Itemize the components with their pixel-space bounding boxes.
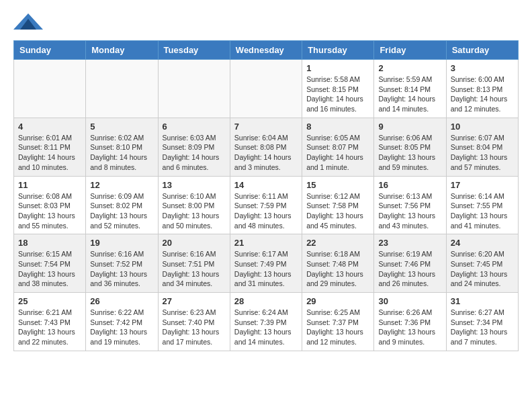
day-info: Sunrise: 6:16 AM Sunset: 7:52 PM Dayligh… — [90, 249, 153, 289]
day-info: Sunrise: 5:58 AM Sunset: 8:15 PM Dayligh… — [306, 75, 369, 114]
calendar-cell: 3Sunrise: 6:00 AM Sunset: 8:13 PM Daylig… — [446, 60, 518, 118]
day-info: Sunrise: 5:59 AM Sunset: 8:14 PM Dayligh… — [378, 75, 441, 114]
calendar-cell: 10Sunrise: 6:07 AM Sunset: 8:04 PM Dayli… — [446, 118, 518, 176]
calendar-week-row: 25Sunrise: 6:21 AM Sunset: 7:43 PM Dayli… — [14, 293, 519, 351]
calendar-week-row: 4Sunrise: 6:01 AM Sunset: 8:11 PM Daylig… — [14, 118, 519, 176]
day-number: 3 — [451, 63, 514, 73]
calendar-cell: 29Sunrise: 6:25 AM Sunset: 7:37 PM Dayli… — [302, 293, 374, 351]
day-info: Sunrise: 6:17 AM Sunset: 7:49 PM Dayligh… — [234, 249, 298, 289]
day-number: 29 — [306, 296, 369, 306]
day-number: 28 — [234, 296, 298, 306]
calendar-cell — [158, 60, 230, 118]
day-info: Sunrise: 6:10 AM Sunset: 8:00 PM Dayligh… — [163, 191, 226, 231]
day-number: 22 — [306, 238, 369, 248]
day-info: Sunrise: 6:13 AM Sunset: 7:56 PM Dayligh… — [378, 191, 441, 231]
day-number: 7 — [234, 122, 298, 132]
calendar-header-thursday: Thursday — [302, 41, 374, 60]
day-info: Sunrise: 6:24 AM Sunset: 7:39 PM Dayligh… — [234, 308, 298, 347]
day-info: Sunrise: 6:00 AM Sunset: 8:13 PM Dayligh… — [451, 75, 514, 114]
calendar-cell: 22Sunrise: 6:18 AM Sunset: 7:48 PM Dayli… — [302, 234, 374, 293]
day-number: 16 — [378, 180, 441, 190]
calendar-cell: 6Sunrise: 6:03 AM Sunset: 8:09 PM Daylig… — [158, 118, 230, 176]
day-number: 11 — [18, 180, 81, 190]
logo — [13, 11, 46, 35]
day-number: 26 — [90, 296, 153, 306]
day-info: Sunrise: 6:09 AM Sunset: 8:02 PM Dayligh… — [90, 191, 153, 231]
calendar-cell — [14, 60, 86, 118]
day-number: 13 — [163, 180, 226, 190]
calendar-cell: 21Sunrise: 6:17 AM Sunset: 7:49 PM Dayli… — [230, 234, 302, 293]
day-number: 24 — [451, 238, 514, 248]
day-number: 17 — [451, 180, 514, 190]
day-info: Sunrise: 6:06 AM Sunset: 8:05 PM Dayligh… — [378, 133, 441, 173]
day-number: 18 — [18, 238, 81, 248]
calendar-cell: 30Sunrise: 6:26 AM Sunset: 7:36 PM Dayli… — [374, 293, 446, 351]
day-number: 19 — [90, 238, 153, 248]
day-info: Sunrise: 6:19 AM Sunset: 7:46 PM Dayligh… — [378, 249, 441, 289]
day-number: 6 — [163, 122, 226, 132]
calendar-cell: 27Sunrise: 6:23 AM Sunset: 7:40 PM Dayli… — [158, 293, 230, 351]
calendar-cell: 5Sunrise: 6:02 AM Sunset: 8:10 PM Daylig… — [86, 118, 158, 176]
day-info: Sunrise: 6:15 AM Sunset: 7:54 PM Dayligh… — [18, 249, 81, 289]
day-info: Sunrise: 6:16 AM Sunset: 7:51 PM Dayligh… — [163, 249, 226, 289]
day-info: Sunrise: 6:08 AM Sunset: 8:03 PM Dayligh… — [18, 191, 81, 231]
calendar-cell: 14Sunrise: 6:11 AM Sunset: 7:59 PM Dayli… — [230, 176, 302, 234]
day-info: Sunrise: 6:23 AM Sunset: 7:40 PM Dayligh… — [163, 308, 226, 347]
calendar-header-friday: Friday — [374, 41, 446, 60]
calendar-cell: 11Sunrise: 6:08 AM Sunset: 8:03 PM Dayli… — [14, 176, 86, 234]
calendar-week-row: 18Sunrise: 6:15 AM Sunset: 7:54 PM Dayli… — [14, 234, 519, 293]
calendar-cell — [86, 60, 158, 118]
day-info: Sunrise: 6:07 AM Sunset: 8:04 PM Dayligh… — [451, 133, 514, 173]
day-info: Sunrise: 6:05 AM Sunset: 8:07 PM Dayligh… — [306, 133, 369, 173]
calendar-cell: 8Sunrise: 6:05 AM Sunset: 8:07 PM Daylig… — [302, 118, 374, 176]
day-info: Sunrise: 6:18 AM Sunset: 7:48 PM Dayligh… — [306, 249, 369, 289]
day-number: 27 — [163, 296, 226, 306]
day-number: 14 — [234, 180, 298, 190]
calendar-header-tuesday: Tuesday — [158, 41, 230, 60]
calendar-cell: 15Sunrise: 6:12 AM Sunset: 7:58 PM Dayli… — [302, 176, 374, 234]
calendar-cell: 7Sunrise: 6:04 AM Sunset: 8:08 PM Daylig… — [230, 118, 302, 176]
calendar-cell: 2Sunrise: 5:59 AM Sunset: 8:14 PM Daylig… — [374, 60, 446, 118]
day-number: 23 — [378, 238, 441, 248]
day-info: Sunrise: 6:03 AM Sunset: 8:09 PM Dayligh… — [163, 133, 226, 173]
calendar-cell: 25Sunrise: 6:21 AM Sunset: 7:43 PM Dayli… — [14, 293, 86, 351]
day-number: 20 — [163, 238, 226, 248]
calendar-cell: 16Sunrise: 6:13 AM Sunset: 7:56 PM Dayli… — [374, 176, 446, 234]
calendar-cell: 28Sunrise: 6:24 AM Sunset: 7:39 PM Dayli… — [230, 293, 302, 351]
calendar-cell — [230, 60, 302, 118]
day-number: 31 — [451, 296, 514, 306]
calendar-header-monday: Monday — [86, 41, 158, 60]
day-number: 12 — [90, 180, 153, 190]
day-number: 1 — [306, 63, 369, 73]
day-info: Sunrise: 6:26 AM Sunset: 7:36 PM Dayligh… — [378, 308, 441, 347]
day-info: Sunrise: 6:12 AM Sunset: 7:58 PM Dayligh… — [306, 191, 369, 231]
calendar-cell: 12Sunrise: 6:09 AM Sunset: 8:02 PM Dayli… — [86, 176, 158, 234]
calendar-header-sunday: Sunday — [14, 41, 86, 60]
calendar-week-row: 1Sunrise: 5:58 AM Sunset: 8:15 PM Daylig… — [14, 60, 519, 118]
day-number: 9 — [378, 122, 441, 132]
calendar-week-row: 11Sunrise: 6:08 AM Sunset: 8:03 PM Dayli… — [14, 176, 519, 234]
calendar-cell: 20Sunrise: 6:16 AM Sunset: 7:51 PM Dayli… — [158, 234, 230, 293]
calendar-table: SundayMondayTuesdayWednesdayThursdayFrid… — [13, 40, 519, 351]
calendar-cell: 24Sunrise: 6:20 AM Sunset: 7:45 PM Dayli… — [446, 234, 518, 293]
day-number: 21 — [234, 238, 298, 248]
day-info: Sunrise: 6:27 AM Sunset: 7:34 PM Dayligh… — [451, 308, 514, 347]
calendar-cell: 17Sunrise: 6:14 AM Sunset: 7:55 PM Dayli… — [446, 176, 518, 234]
day-number: 4 — [18, 122, 81, 132]
day-info: Sunrise: 6:04 AM Sunset: 8:08 PM Dayligh… — [234, 133, 298, 173]
day-number: 10 — [451, 122, 514, 132]
day-number: 2 — [378, 63, 441, 73]
day-info: Sunrise: 6:11 AM Sunset: 7:59 PM Dayligh… — [234, 191, 298, 231]
day-info: Sunrise: 6:22 AM Sunset: 7:42 PM Dayligh… — [90, 308, 153, 347]
day-info: Sunrise: 6:25 AM Sunset: 7:37 PM Dayligh… — [306, 308, 369, 347]
calendar-cell: 31Sunrise: 6:27 AM Sunset: 7:34 PM Dayli… — [446, 293, 518, 351]
logo-icon — [13, 11, 43, 35]
day-info: Sunrise: 6:02 AM Sunset: 8:10 PM Dayligh… — [90, 133, 153, 173]
day-info: Sunrise: 6:14 AM Sunset: 7:55 PM Dayligh… — [451, 191, 514, 231]
calendar-cell: 23Sunrise: 6:19 AM Sunset: 7:46 PM Dayli… — [374, 234, 446, 293]
calendar-cell: 1Sunrise: 5:58 AM Sunset: 8:15 PM Daylig… — [302, 60, 374, 118]
header — [13, 11, 519, 35]
calendar-header-row: SundayMondayTuesdayWednesdayThursdayFrid… — [14, 41, 519, 60]
calendar-cell: 18Sunrise: 6:15 AM Sunset: 7:54 PM Dayli… — [14, 234, 86, 293]
day-number: 30 — [378, 296, 441, 306]
